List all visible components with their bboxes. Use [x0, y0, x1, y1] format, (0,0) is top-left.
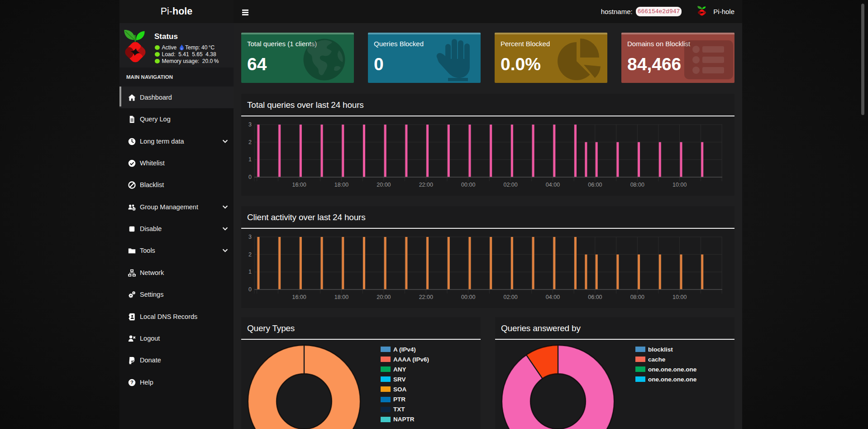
svg-text:04:00: 04:00 — [546, 294, 560, 300]
svg-text:1: 1 — [248, 156, 252, 163]
svg-text:18:00: 18:00 — [334, 294, 348, 300]
svg-text:02:00: 02:00 — [503, 294, 517, 300]
svg-text:08:00: 08:00 — [630, 182, 644, 188]
svg-text:3: 3 — [248, 234, 252, 240]
svg-text:22:00: 22:00 — [419, 294, 433, 300]
svg-text:2: 2 — [248, 251, 252, 258]
svg-text:18:00: 18:00 — [334, 182, 348, 188]
svg-text:22:00: 22:00 — [419, 182, 433, 188]
svg-text:0: 0 — [248, 286, 252, 293]
svg-text:00:00: 00:00 — [461, 294, 475, 300]
svg-text:3: 3 — [248, 121, 252, 128]
svg-text:?: ? — [130, 380, 134, 385]
svg-text:1: 1 — [248, 269, 252, 275]
svg-text:06:00: 06:00 — [588, 182, 602, 188]
svg-text:04:00: 04:00 — [546, 182, 560, 188]
svg-text:0: 0 — [248, 174, 252, 180]
svg-text:02:00: 02:00 — [503, 182, 517, 188]
svg-text:20:00: 20:00 — [377, 294, 391, 300]
svg-text:10:00: 10:00 — [672, 294, 687, 300]
svg-text:00:00: 00:00 — [461, 182, 475, 188]
svg-text:2: 2 — [248, 139, 252, 145]
svg-text:16:00: 16:00 — [292, 294, 306, 300]
svg-text:20:00: 20:00 — [377, 182, 391, 188]
svg-text:06:00: 06:00 — [588, 294, 602, 300]
svg-text:08:00: 08:00 — [630, 294, 644, 300]
svg-text:16:00: 16:00 — [292, 182, 306, 188]
svg-text:10:00: 10:00 — [672, 182, 687, 188]
